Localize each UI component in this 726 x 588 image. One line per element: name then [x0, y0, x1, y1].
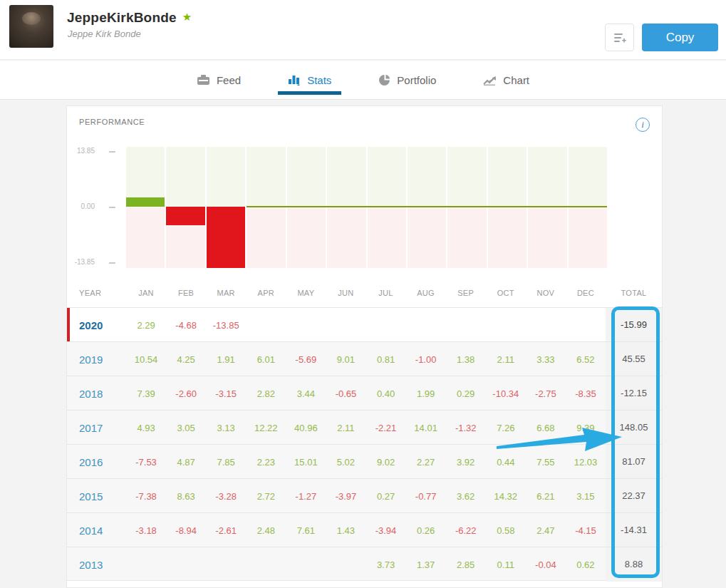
year-row-2015[interactable]: 2015-7.388.63-3.282.72-1.27-3.970.27-0.7… [67, 478, 662, 512]
table-header-row: YEARJANFEBMARAPRMAYJUNJULAUGSEPOCTNOVDEC… [67, 279, 662, 307]
copy-button[interactable]: Copy [642, 24, 718, 51]
column-header-feb: FEB [166, 289, 206, 297]
month-value-cell: 2.27 [406, 457, 446, 468]
month-value-cell: -1.32 [446, 423, 486, 433]
total-value-cell: 81.07 [606, 445, 662, 479]
month-value-cell: 0.62 [566, 559, 606, 570]
tab-chart-label: Chart [503, 74, 529, 86]
y-axis-tick-mark [109, 262, 115, 264]
month-value-cell: 10.54 [126, 354, 166, 365]
total-value-cell: 8.88 [606, 547, 662, 582]
month-value-cell: 3.05 [166, 423, 206, 433]
month-value-cell: 3.92 [446, 457, 486, 468]
month-column [126, 147, 165, 268]
month-value-cell: 2.11 [486, 354, 526, 365]
tab-stats[interactable]: Stats [274, 61, 346, 99]
column-header-year: YEAR [67, 289, 126, 297]
month-value-cell: 7.39 [126, 388, 166, 399]
month-value-cell: 0.11 [486, 559, 526, 570]
month-value-cell: -7.38 [126, 491, 166, 502]
year-label: 2013 [67, 559, 126, 571]
month-column [447, 147, 486, 268]
column-header-dec: DEC [566, 289, 606, 297]
tab-chart[interactable]: Chart [469, 61, 544, 99]
month-value-cell: -10.34 [486, 388, 526, 399]
page-title: JeppeKirkBonde [67, 10, 177, 26]
month-value-cell: -13.85 [206, 320, 246, 331]
month-value-cell: 6.01 [246, 354, 286, 365]
tab-feed[interactable]: Feed [182, 61, 255, 99]
chart-icon [483, 75, 497, 86]
month-value-cell: 7.85 [206, 457, 246, 468]
month-value-cell: -2.61 [206, 525, 246, 536]
y-axis-tick-mark [109, 151, 115, 153]
month-value-cell: 0.26 [406, 525, 446, 536]
month-value-cell: 2.11 [326, 423, 365, 433]
verified-star-icon: ★ [182, 11, 192, 24]
y-axis-tick-label: 0.00 [67, 202, 95, 210]
month-column [569, 147, 607, 268]
month-value-cell: 14.01 [406, 423, 446, 433]
y-axis-tick-mark [109, 207, 115, 208]
month-value-cell: 2.47 [526, 525, 566, 536]
month-value-cell: 7.55 [526, 457, 566, 468]
year-row-2019[interactable]: 201910.544.251.916.01-5.699.010.81-1.001… [67, 341, 662, 376]
total-value-cell: -14.31 [606, 513, 662, 547]
month-value-cell: 1.43 [326, 525, 365, 536]
month-value-cell: -8.35 [566, 388, 606, 399]
month-value-cell: -6.22 [446, 525, 486, 536]
month-value-cell: -0.04 [526, 559, 566, 570]
year-row-2020[interactable]: 20202.29-4.68-13.85-15.99 [67, 307, 662, 341]
month-value-cell: 3.62 [446, 491, 486, 502]
total-value-cell: 45.55 [606, 342, 662, 376]
month-value-cell: 0.27 [365, 491, 405, 502]
add-to-watchlist-button[interactable] [605, 24, 634, 51]
month-column [207, 147, 245, 268]
column-header-sep: SEP [446, 289, 486, 297]
month-value-cell: 3.33 [526, 354, 566, 365]
performance-plot [126, 147, 607, 268]
stats-icon [288, 74, 301, 86]
year-label: 2015 [67, 490, 126, 502]
month-value-cell: 7.26 [486, 423, 526, 433]
year-label: 2019 [67, 354, 126, 366]
month-value-cell: 1.99 [406, 388, 446, 399]
month-value-cell: 1.91 [206, 354, 246, 365]
info-icon[interactable]: i [636, 118, 650, 132]
month-value-cell: -0.77 [406, 491, 446, 502]
month-value-cell: -4.68 [166, 320, 206, 331]
column-header-jan: JAN [126, 289, 166, 297]
month-value-cell: 0.58 [486, 525, 526, 536]
avatar[interactable] [9, 5, 53, 48]
month-value-cell: 0.81 [365, 354, 405, 365]
year-row-2017[interactable]: 20174.933.053.1312.2240.962.11-2.2114.01… [67, 410, 662, 444]
year-row-2018[interactable]: 20187.39-2.60-3.152.823.44-0.650.401.990… [67, 376, 662, 410]
month-value-cell: 9.39 [566, 423, 606, 433]
month-value-cell: 0.44 [486, 457, 526, 468]
month-value-cell: 2.48 [246, 525, 286, 536]
month-value-cell: 9.02 [365, 457, 405, 468]
month-value-cell: 5.02 [326, 457, 365, 468]
month-value-cell: -2.60 [166, 388, 206, 399]
year-row-2016[interactable]: 2016-7.534.877.852.2315.015.029.022.273.… [67, 444, 662, 478]
month-column [528, 147, 566, 268]
month-value-cell: 12.03 [566, 457, 606, 468]
month-value-cell: 6.52 [566, 354, 606, 365]
month-value-cell: 8.63 [166, 491, 206, 502]
tab-portfolio[interactable]: Portfolio [364, 61, 450, 99]
year-row-2013[interactable]: 20133.731.372.850.11-0.040.628.88 [67, 547, 662, 581]
year-row-2014[interactable]: 2014-3.18-8.94-2.612.487.611.43-3.940.26… [67, 512, 662, 547]
month-value-cell: 4.25 [166, 354, 206, 365]
month-value-cell: -7.53 [126, 457, 166, 468]
month-value-cell: -3.15 [206, 388, 246, 399]
month-value-cell: 12.22 [246, 423, 286, 433]
month-column [287, 147, 326, 268]
performance-title: PERFORMANCE [79, 118, 145, 126]
month-value-cell: -8.94 [166, 525, 206, 536]
column-header-jul: JUL [365, 289, 405, 297]
full-name: Jeppe Kirk Bonde [68, 29, 141, 39]
total-value-cell: 22.37 [606, 479, 662, 513]
month-value-cell: 9.01 [326, 354, 365, 365]
month-column [408, 147, 446, 268]
month-column [247, 147, 285, 268]
